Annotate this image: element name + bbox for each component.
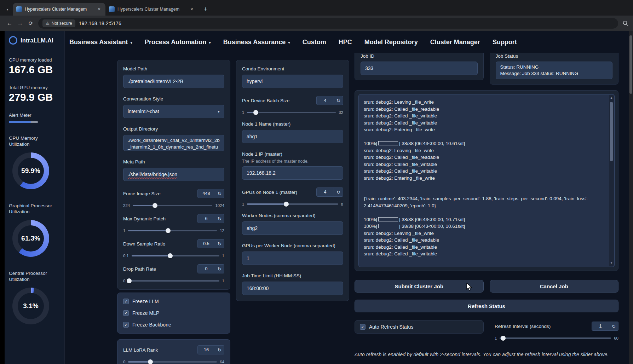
drop-path-rate-reset-button[interactable]: ↻ bbox=[215, 264, 224, 273]
nav-item-hpc[interactable]: HPC bbox=[339, 39, 352, 46]
llm-lora-rank-reset-button[interactable]: ↻ bbox=[215, 345, 224, 354]
gpus-per-worker-input[interactable]: 1 bbox=[242, 252, 343, 265]
scroll-up-icon[interactable]: ▲ bbox=[609, 96, 614, 100]
llm-lora-rank-value[interactable]: 16 bbox=[197, 345, 215, 354]
not-secure-badge[interactable]: ⚠ Not secure bbox=[42, 19, 75, 27]
stat-value-gpu-memory-loaded: 167.6 GB bbox=[9, 64, 60, 76]
nav-item-model-repository[interactable]: Model Repository bbox=[364, 39, 418, 46]
refresh-interval-reset-button[interactable]: ↻ bbox=[609, 322, 618, 331]
conda-environment-input[interactable]: hypervl bbox=[242, 75, 343, 88]
checkbox-freeze-llm[interactable]: ✓Freeze LLM bbox=[123, 299, 224, 304]
page-scrollbar[interactable] bbox=[629, 31, 633, 364]
alert-meter: Alert Meter bbox=[9, 112, 60, 123]
tab-search-button[interactable]: ▾ bbox=[2, 3, 13, 16]
refresh-interval-label: Refresh Interval (seconds) bbox=[495, 323, 592, 329]
refresh-status-button[interactable]: Refresh Status bbox=[355, 300, 618, 312]
max-dynamic-patch-max-label: 12 bbox=[220, 229, 224, 233]
address-bar[interactable]: ⚠ Not secure 192.168.18.2:5176 bbox=[38, 18, 618, 29]
per-device-batch-size-slider-thumb[interactable] bbox=[253, 110, 258, 115]
gpus-node1-value[interactable]: 4 bbox=[316, 187, 334, 197]
gpus-node1-slider-thumb[interactable] bbox=[284, 202, 289, 207]
cancel-job-button[interactable]: Cancel Job bbox=[490, 280, 619, 293]
output-directory-input[interactable]: ./work_dirs/internvl_chat_v2_0/internvl2… bbox=[123, 135, 224, 151]
drop-path-rate-value[interactable]: 0 bbox=[197, 264, 215, 273]
force-image-size-slider[interactable] bbox=[133, 205, 212, 206]
down-sample-ratio-reset-button[interactable]: ↻ bbox=[215, 239, 224, 248]
job-buttons-row: Submit Cluster Job Cancel Job bbox=[355, 280, 618, 293]
close-icon[interactable]: × bbox=[189, 6, 195, 12]
meta-path-input[interactable]: ./shell/data/bridge.json bbox=[123, 168, 224, 181]
refresh-interval-slider[interactable] bbox=[500, 337, 611, 339]
conversation-style-input[interactable]: internlm2-chat▾ bbox=[123, 105, 224, 118]
conversation-style-value: internlm2-chat bbox=[128, 109, 159, 114]
reload-button[interactable]: ⟳ bbox=[25, 18, 36, 29]
gpus-node1-slider[interactable] bbox=[247, 203, 338, 205]
down-sample-ratio-slider[interactable] bbox=[132, 255, 219, 256]
refresh-interval-value[interactable]: 1 bbox=[592, 322, 609, 331]
forward-button[interactable]: → bbox=[15, 18, 25, 29]
warning-icon: ⚠ bbox=[46, 21, 50, 26]
max-dynamic-patch-value[interactable]: 6 bbox=[197, 214, 215, 223]
gpus-node1-reset-button[interactable]: ↻ bbox=[334, 187, 343, 197]
max-dynamic-patch-slider[interactable] bbox=[128, 230, 217, 231]
log-line: 100%|| 38/38 [06:43<00:00, 10.61s/it] bbox=[364, 223, 604, 230]
max-dynamic-patch-reset-button[interactable]: ↻ bbox=[215, 214, 224, 223]
force-image-size-value[interactable]: 448 bbox=[197, 189, 215, 198]
nav-item-support[interactable]: Support bbox=[493, 39, 517, 46]
job-id-input[interactable]: 333 bbox=[361, 62, 478, 75]
job-log-output[interactable]: srun: debug2: Leaving _file_writesrun: d… bbox=[358, 94, 615, 267]
drop-path-rate-slider-thumb[interactable] bbox=[127, 278, 132, 283]
gauge-dial: 61.3% bbox=[12, 220, 49, 257]
submit-cluster-job-button[interactable]: Submit Cluster Job bbox=[355, 280, 484, 293]
log-line: 100%|| 38/38 [06:43<00:00, 10.71s/it] bbox=[364, 216, 604, 223]
nav-item-process-automation[interactable]: Process Automation▾ bbox=[145, 39, 211, 46]
checkbox-checked-icon: ✓ bbox=[123, 310, 129, 316]
scroll-down-icon[interactable]: ▼ bbox=[609, 261, 614, 266]
job-time-limit-input[interactable]: 168:00:00 bbox=[242, 282, 343, 295]
worker-nodes-input[interactable]: ahg2 bbox=[242, 221, 343, 235]
down-sample-ratio-value[interactable]: 0.5 bbox=[197, 239, 215, 248]
back-button[interactable]: ← bbox=[4, 18, 15, 29]
down-sample-ratio-slider-thumb[interactable] bbox=[168, 253, 173, 258]
sidebar-stats: GPU memory loaded167.6 GBTotal GPU memor… bbox=[9, 57, 60, 103]
drop-path-rate-min-label: 0 bbox=[123, 279, 125, 283]
job-status-box: Status: RUNNING Message: Job 333 status:… bbox=[496, 62, 613, 79]
node1-name-input[interactable]: ahg1 bbox=[242, 130, 343, 143]
browser-tab[interactable]: Hyperscalers Cluster Managem× bbox=[105, 3, 198, 16]
max-dynamic-patch-min-label: 1 bbox=[123, 229, 125, 233]
job-row: Job ID 333 Job Status Status: RUNNING Me… bbox=[355, 53, 618, 85]
per-device-batch-size-slider[interactable] bbox=[247, 112, 336, 113]
drop-path-rate-slider[interactable] bbox=[128, 280, 219, 282]
zoom-icon[interactable] bbox=[622, 20, 629, 27]
refresh-interval-slider-thumb[interactable] bbox=[501, 336, 506, 341]
nav-item-business-assurance[interactable]: Business Assurance▾ bbox=[223, 39, 290, 46]
gauge-label: GPU Memory Utilization bbox=[9, 135, 60, 147]
force-image-size-reset-button[interactable]: ↻ bbox=[215, 189, 224, 198]
llm-lora-rank-slider-thumb[interactable] bbox=[148, 359, 153, 364]
new-tab-button[interactable]: + bbox=[200, 4, 211, 15]
per-device-batch-size-value[interactable]: 4 bbox=[316, 96, 334, 105]
force-image-size-slider-thumb[interactable] bbox=[153, 203, 157, 208]
gauge-gpu-memory-utilization: GPU Memory Utilization59.9% bbox=[9, 135, 60, 189]
force-image-size-label: Force Image Size bbox=[123, 191, 197, 197]
model-path-input[interactable]: ./pretrained/InternVL2-2B bbox=[123, 75, 224, 88]
log-scrollbar-thumb[interactable] bbox=[610, 102, 613, 161]
close-icon[interactable]: × bbox=[96, 6, 102, 12]
nav-item-custom[interactable]: Custom bbox=[303, 39, 326, 46]
node1-ip-input[interactable]: 192.168.18.2 bbox=[242, 166, 343, 180]
llm-lora-rank-slider[interactable] bbox=[128, 361, 217, 363]
log-scrollbar[interactable]: ▲ ▼ bbox=[609, 95, 614, 266]
max-dynamic-patch-slider-thumb[interactable] bbox=[166, 228, 171, 233]
nav-item-label: Process Automation bbox=[145, 39, 206, 46]
conversation-style-label: Conversation Style bbox=[123, 96, 224, 102]
checkbox-freeze-backbone[interactable]: ✓Freeze Backbone bbox=[123, 322, 224, 328]
stat-label-total-gpu-memory: Total GPU memory bbox=[9, 85, 60, 91]
browser-tab-strip: ▾ Hyperscalers Cluster Managem×Hyperscal… bbox=[0, 0, 633, 16]
nav-item-cluster-manager[interactable]: Cluster Manager bbox=[430, 39, 480, 46]
page-scrollbar-thumb[interactable] bbox=[629, 35, 632, 94]
per-device-batch-size-reset-button[interactable]: ↻ bbox=[334, 96, 343, 105]
nav-item-business-assistant[interactable]: Business Assistant▾ bbox=[69, 39, 132, 46]
browser-tab[interactable]: Hyperscalers Cluster Managem× bbox=[13, 3, 105, 16]
auto-refresh-checkbox[interactable]: ✓ Auto Refresh Status bbox=[360, 324, 478, 330]
checkbox-freeze-mlp[interactable]: ✓Freeze MLP bbox=[123, 310, 224, 316]
